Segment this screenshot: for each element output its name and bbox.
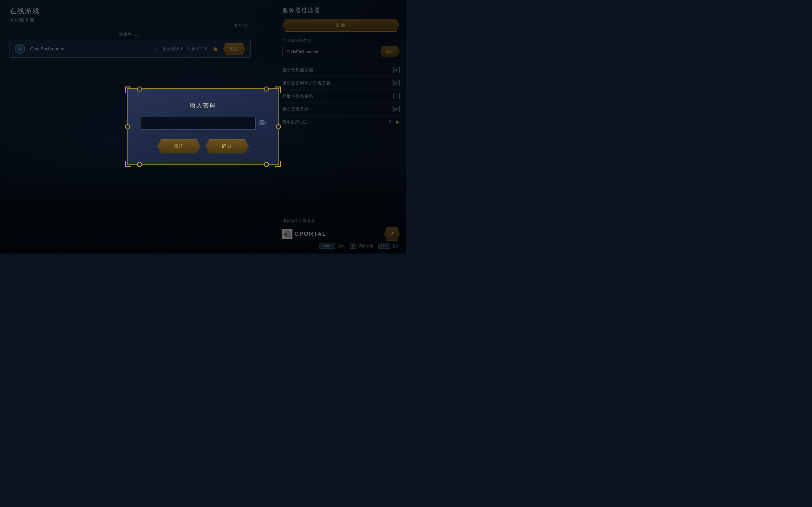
corner-br <box>275 161 281 167</box>
dialog-overlay: 输入密码 取消 确认 <box>0 0 406 253</box>
svg-line-6 <box>259 121 265 124</box>
side-deco-right <box>276 124 281 129</box>
password-input-row <box>140 117 266 130</box>
dialog-title: 输入密码 <box>140 102 266 109</box>
screen: 在线游戏 可用服务器 页面1/1 搜索中…… ChrisEnshrouded ☆… <box>0 0 406 253</box>
circle-tl <box>137 87 142 92</box>
toggle-password-icon[interactable] <box>259 120 266 127</box>
corner-tr <box>275 87 281 93</box>
side-deco-left <box>125 124 130 129</box>
cancel-button[interactable]: 取消 <box>157 139 200 153</box>
circle-bl <box>137 162 142 167</box>
corner-bl <box>125 161 131 167</box>
circle-br <box>264 162 269 167</box>
confirm-button[interactable]: 确认 <box>206 139 249 153</box>
password-input[interactable] <box>140 117 256 130</box>
circle-tr <box>264 87 269 92</box>
password-dialog: 输入密码 取消 确认 <box>127 89 279 165</box>
corner-tl <box>125 87 131 93</box>
dialog-buttons: 取消 确认 <box>140 139 266 153</box>
